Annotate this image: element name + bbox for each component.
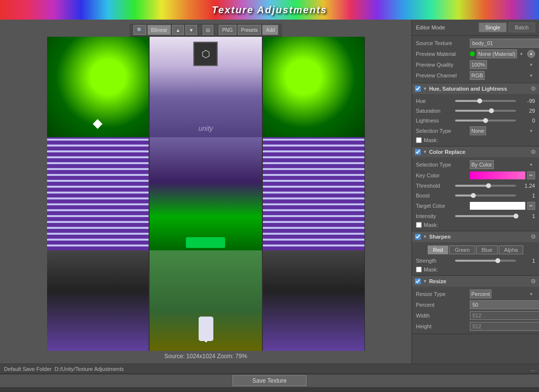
preview-quality-select-wrapper: 100% (470, 60, 535, 69)
save-bar: Save Texture (0, 373, 539, 387)
strength-slider-thumb[interactable] (495, 258, 500, 263)
lightness-label: Lightness (416, 118, 455, 123)
batch-mode-button[interactable]: Batch (509, 23, 535, 32)
diamond-icon (93, 119, 103, 129)
hsl-mask-label: Mask: (424, 137, 438, 143)
color-replace-gear-icon[interactable]: ⚙ (531, 148, 536, 155)
target-color-swatch[interactable] (470, 202, 525, 210)
add-button[interactable]: Add (262, 25, 278, 35)
lightness-slider-thumb[interactable] (483, 118, 488, 123)
resize-header[interactable]: ▼ Resize ⚙ (412, 276, 539, 287)
intensity-label: Intensity (416, 213, 455, 219)
strength-slider[interactable] (455, 260, 516, 262)
hsl-header[interactable]: ▼ Hue, Saturation and Lightness ⚙ (412, 83, 539, 94)
cr-mask-checkbox[interactable] (416, 222, 422, 228)
hsl-enabled-checkbox[interactable] (415, 86, 421, 92)
saturation-slider[interactable] (455, 110, 516, 112)
status-dots-button[interactable]: ... (531, 366, 535, 372)
hsl-gear-icon[interactable]: ⚙ (531, 85, 536, 92)
tex-bot-row (47, 250, 365, 351)
resize-enabled-checkbox[interactable] (415, 278, 421, 284)
intensity-value: 1 (518, 213, 535, 219)
preview-material-icon-btn[interactable]: ● (527, 50, 535, 58)
percent-row: Percent (412, 299, 539, 310)
strength-value: 1 (518, 258, 535, 264)
saturation-value: 29 (518, 108, 535, 114)
percent-input[interactable] (470, 300, 539, 309)
tex-top-row: ⬡ unity (47, 37, 365, 137)
lightness-value: 0 (518, 118, 535, 123)
hue-slider-thumb[interactable] (477, 98, 482, 103)
preview-channel-select-wrapper: RGB (470, 71, 535, 80)
intensity-row: Intensity 1 (412, 211, 539, 221)
boost-slider-thumb[interactable] (471, 193, 476, 198)
app-title: Texture Adjustments (212, 4, 327, 16)
threshold-label: Threshold (416, 183, 455, 189)
boost-slider[interactable] (455, 195, 516, 196)
toolbar-separator-1 (200, 26, 200, 34)
resize-type-select[interactable]: Percent (470, 290, 491, 298)
zoom-fit-button[interactable]: 🔍 (133, 25, 146, 35)
alpha-channel-button[interactable]: Alpha (499, 245, 523, 254)
tex-bot-left (47, 250, 149, 351)
preview-material-select[interactable]: None (Material) (477, 49, 517, 58)
hsl-section: ▼ Hue, Saturation and Lightness ⚙ Hue -9… (412, 83, 539, 147)
percent-value (470, 300, 539, 309)
single-mode-button[interactable]: Single (479, 23, 507, 32)
down-arrow-button[interactable]: ▼ (185, 25, 197, 35)
default-save-label: Default Save Folder (4, 366, 51, 372)
save-texture-button[interactable]: Save Texture (232, 375, 307, 386)
cr-selection-type-select[interactable]: By Color (470, 160, 494, 169)
color-replace-header[interactable]: ▼ Color Replace ⚙ (412, 147, 539, 157)
preview-channel-select[interactable]: RGB (470, 71, 485, 80)
intensity-slider[interactable] (455, 215, 516, 217)
key-color-edit-btn[interactable]: ✏ (527, 172, 535, 179)
canvas-image: ⬡ unity (47, 37, 365, 351)
blue-channel-button[interactable]: Blue (476, 245, 498, 254)
tex-mid-center (149, 137, 263, 250)
threshold-slider-thumb[interactable] (486, 183, 491, 188)
fit-button[interactable]: ⊟ (203, 25, 213, 35)
sharpen-mask-checkbox[interactable] (416, 267, 422, 272)
sharpen-header[interactable]: ▼ Sharpen ⚙ (412, 231, 539, 242)
resize-type-row: Resize Type Percent (412, 289, 539, 299)
saturation-label: Saturation (416, 108, 455, 114)
strength-label: Strength (416, 258, 455, 264)
percent-label: Percent (416, 302, 470, 308)
presets-button[interactable]: Presets (238, 25, 261, 35)
png-button[interactable]: PNG (219, 25, 236, 35)
saturation-slider-fill (455, 110, 491, 112)
resize-gear-icon[interactable]: ⚙ (531, 278, 536, 285)
color-replace-title: Color Replace (429, 149, 529, 155)
sharpen-enabled-checkbox[interactable] (415, 234, 421, 240)
green-dot-icon (470, 51, 475, 56)
preview-quality-select[interactable]: 100% (470, 60, 487, 69)
sharpen-gear-icon[interactable]: ⚙ (531, 233, 536, 240)
cr-selection-type-value: By Color (470, 160, 535, 169)
source-texture-input[interactable] (470, 39, 539, 48)
bilinear-button[interactable]: Bilinear (148, 25, 171, 35)
hue-slider[interactable] (455, 100, 516, 102)
key-color-swatch[interactable] (470, 172, 525, 179)
preview-material-row: Preview Material None (Material) ● (412, 49, 539, 59)
saturation-slider-thumb[interactable] (489, 108, 494, 113)
target-color-edit-btn[interactable]: ✏ (527, 202, 535, 210)
hsl-mask-checkbox[interactable] (416, 137, 422, 143)
red-channel-button[interactable]: Red (428, 245, 448, 254)
threshold-slider[interactable] (455, 185, 516, 187)
width-input (470, 311, 539, 320)
preview-quality-label: Preview Quality (416, 62, 470, 68)
toolbar-separator-2 (216, 26, 216, 34)
up-arrow-button[interactable]: ▲ (172, 25, 184, 35)
color-replace-enabled-checkbox[interactable] (415, 149, 421, 155)
main-layout: 🔍 Bilinear ▲ ▼ ⊟ PNG Presets Add (0, 20, 539, 364)
preview-material-label: Preview Material (416, 51, 470, 57)
cr-mask-label: Mask: (424, 222, 438, 228)
green-channel-button[interactable]: Green (449, 245, 475, 254)
hsl-selection-type-select[interactable]: None (470, 126, 486, 135)
intensity-slider-thumb[interactable] (513, 214, 518, 219)
lightness-slider[interactable] (455, 120, 516, 122)
hue-row: Hue -99 (412, 96, 539, 106)
source-texture-label: Source Texture (416, 40, 470, 46)
target-color-label: Target Color (416, 203, 470, 209)
